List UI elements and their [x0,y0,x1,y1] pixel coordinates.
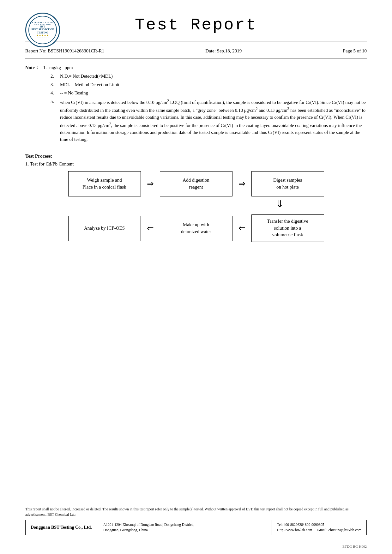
logo: A RELIABLE TESTING LAB FOR YOU BSTBEST S… [25,13,60,47]
report-page: Page 5 of 10 [343,48,367,54]
flow-arrow-left-1: ⇐ [141,223,160,233]
flow-arrow-down-row: ⇓ [67,196,326,211]
report-page-value: 5 of 10 [353,48,367,53]
footer-address-line1: A1201-1204 Xinsanqi of Dongbao Road, Don… [103,522,267,527]
note-num-5: 5. [51,98,60,105]
flow-box-3: Digest sampleson hot plate [251,171,324,196]
test-process-section: Test Process: 1. Test for Cd/Pb Content … [25,153,367,242]
flow-box-6-text: Analyze by ICP-OES [84,225,125,232]
logo-text-top: A RELIABLE TESTING LAB FOR YOU [29,21,56,25]
flow-box-1: Weigh sample andPlace in a conical flask [68,171,141,196]
footer-email: E-mail: christina@bst-lab.com [317,528,361,532]
note-row-1: Note： 1. mg/kg= ppm [25,64,367,71]
process-subtitle: 1. Test for Cd/Pb Content [25,161,367,167]
flow-diagram: Weigh sample andPlace in a conical flask… [25,171,367,242]
spacer [25,242,367,494]
report-no-value: BSTSH190914268301CR-R1 [48,48,104,53]
note-num-2: 2. [51,73,60,80]
footer-code: BTDG-BG-H002 [342,545,367,548]
note-num-1: 1. [43,64,47,71]
footer-address-line2: Dongguan, Guangdong, China [103,527,267,533]
report-no: Report No: BSTSH190914268301CR-R1 [25,48,104,54]
footer-company: Dongguan BST Testing Co., Ltd. [26,520,98,535]
footer-contact: Tel: 400-8829628/ 800-9990305 Http://www… [272,520,366,535]
report-date-label: Date: [205,48,215,53]
flow-arrow-down: ⇓ [244,196,316,211]
flow-box-6: Analyze by ICP-OES [68,216,141,241]
report-date: Date: Sep.18, 2019 [205,48,242,54]
flow-box-2-text: Add digestionreagent [183,177,209,191]
note-text-1: mg/kg= ppm [49,64,73,71]
logo-stars: ★★★★★ [36,34,49,37]
note-label: Note： [25,64,39,71]
note-text-3: MDL = Method Detection Limit [60,81,367,88]
footer-http-email: Http://www.bst-lab.com E-mail: christina… [277,527,361,533]
notes-section: Note： 1. mg/kg= ppm 2. N.D.= Not Detecte… [25,64,367,144]
report-date-value: Sep.18, 2019 [217,48,242,53]
flow-arrow-left-2: ⇐ [232,223,251,233]
note-text-5: when Cr(VI) in a sample is detected belo… [60,98,367,143]
flow-box-2: Add digestionreagent [160,171,232,196]
test-process-title: Test Process: [25,153,367,159]
footer-address: A1201-1204 Xinsanqi of Dongbao Road, Don… [98,520,272,535]
note-text-4: -- = No Testing [60,89,367,96]
footer-company-name: Dongguan BST Testing Co., Ltd. [31,525,92,530]
footer-disclaimer: This report shall not be altered, increa… [25,494,367,517]
flow-box-4-text: Transfer the digestivesolution into avol… [267,218,308,238]
report-info-bar: Report No: BSTSH190914268301CR-R1 Date: … [25,46,367,58]
report-no-label: Report No: [25,48,46,53]
flow-arrow-right-2: ⇒ [232,179,251,189]
report-page-label: Page [343,48,352,53]
flow-box-3-text: Digest sampleson hot plate [273,177,302,191]
footer-bar: Dongguan BST Testing Co., Ltd. A1201-120… [25,520,367,535]
flow-arrow-right-1: ⇒ [141,179,160,189]
logo-bottom-text: ›› ›› ›› ›› ›› ›› › [37,37,49,39]
page-title: Test Report [135,13,257,38]
footer-email-spacer [313,528,316,532]
flow-row-1: Weigh sample andPlace in a conical flask… [67,171,326,196]
flow-row-2: Analyze by ICP-OES ⇐ Make up withdeioniz… [67,214,326,242]
logo-center-text: BSTBEST SERVICE OF TESTING [29,25,56,34]
footer-http: Http://www.bst-lab.com [277,528,312,532]
flow-box-4: Transfer the digestivesolution into avol… [251,214,324,242]
note-num-3: 3. [51,81,60,88]
footer-disclaimer-text: This report shall not be altered, increa… [25,507,348,516]
flow-box-5: Make up withdeionized water [160,216,232,241]
header: A RELIABLE TESTING LAB FOR YOU BSTBEST S… [25,13,367,41]
note-num-4: 4. [51,89,60,96]
note-row-2: 2. N.D.= Not Detected(<MDL) 3. MDL = Met… [51,73,367,143]
flow-container: Weigh sample andPlace in a conical flask… [67,171,326,242]
footer-tel: Tel: 400-8829628/ 800-9990305 [277,522,361,527]
page: A RELIABLE TESTING LAB FOR YOU BSTBEST S… [0,0,392,554]
note-text-2: N.D.= Not Detected(<MDL) [60,73,367,80]
flow-box-5-text: Make up withdeionized water [181,221,211,235]
flow-box-1-text: Weigh sample andPlace in a conical flask [82,177,126,191]
